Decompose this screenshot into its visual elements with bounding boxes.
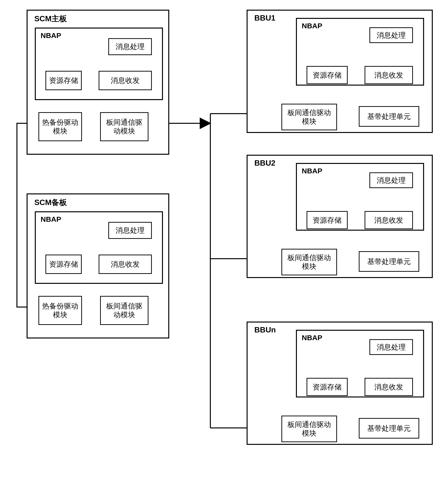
scm-backup-nbap: NBAP 消息处理 资源存储 消息收发 xyxy=(35,211,163,284)
scm-main-res-store: 资源存储 xyxy=(45,71,82,90)
bbun-nbap-title: NBAP xyxy=(302,334,322,342)
scm-backup-res-store: 资源存储 xyxy=(45,255,82,274)
scm-backup-msg-trx: 消息收发 xyxy=(99,255,152,274)
bbu1-inter-comm: 板间通信驱动模块 xyxy=(281,104,337,130)
scm-main-nbap: NBAP 消息处理 资源存储 消息收发 xyxy=(35,28,163,100)
bbun-msg-proc: 消息处理 xyxy=(369,339,413,355)
bbun-nbap: NBAP 消息处理 资源存储 消息收发 xyxy=(296,330,424,397)
scm-main-msg-trx: 消息收发 xyxy=(99,71,152,90)
bbun-board: BBUn NBAP 消息处理 资源存储 消息收发 板间通信驱动模块 基带处理单元 xyxy=(247,322,433,445)
bbu1-res-store: 资源存储 xyxy=(307,66,348,84)
bbu2-inter-comm: 板间通信驱动模块 xyxy=(281,249,337,275)
scm-backup-board: SCM备板 NBAP 消息处理 资源存储 消息收发 热备份驱动模块 板间通信驱动… xyxy=(27,193,169,338)
bbu2-res-store: 资源存储 xyxy=(307,211,348,229)
scm-backup-nbap-title: NBAP xyxy=(41,215,61,223)
bbun-baseband: 基带处理单元 xyxy=(359,418,419,439)
bbun-msg-trx: 消息收发 xyxy=(365,378,413,396)
bbun-res-store: 资源存储 xyxy=(307,378,348,396)
bbu1-board: BBU1 NBAP 消息处理 资源存储 消息收发 板间通信驱动模块 基带处理单元 xyxy=(247,10,433,133)
scm-main-board: SCM主板 NBAP 消息处理 资源存储 消息收发 热备份驱动模块 板间通信驱动… xyxy=(27,10,169,155)
bbu2-msg-proc: 消息处理 xyxy=(369,172,413,188)
scm-main-nbap-title: NBAP xyxy=(41,31,61,40)
bbu1-msg-proc: 消息处理 xyxy=(369,27,413,43)
scm-main-inter-comm: 板间通信驱动模块 xyxy=(100,112,148,141)
scm-main-title: SCM主板 xyxy=(34,14,67,24)
bbun-inter-comm: 板间通信驱动模块 xyxy=(281,416,337,442)
bbu2-board: BBU2 NBAP 消息处理 资源存储 消息收发 板间通信驱动模块 基带处理单元 xyxy=(247,155,433,278)
bbu2-msg-trx: 消息收发 xyxy=(365,211,413,229)
bbu1-nbap-title: NBAP xyxy=(302,22,322,30)
scm-backup-msg-proc: 消息处理 xyxy=(108,222,152,239)
bbu2-nbap-title: NBAP xyxy=(302,167,322,175)
bbu2-nbap: NBAP 消息处理 资源存储 消息收发 xyxy=(296,163,424,231)
bbu1-nbap: NBAP 消息处理 资源存储 消息收发 xyxy=(296,18,424,86)
scm-main-msg-proc: 消息处理 xyxy=(108,38,152,55)
scm-backup-inter-comm: 板间通信驱动模块 xyxy=(100,296,148,325)
bbu1-title: BBU1 xyxy=(254,14,275,22)
bbun-title: BBUn xyxy=(254,325,276,334)
scm-backup-hot-backup: 热备份驱动模块 xyxy=(38,296,82,325)
scm-backup-title: SCM备板 xyxy=(34,197,67,208)
bbu2-baseband: 基带处理单元 xyxy=(359,251,419,272)
bbu1-msg-trx: 消息收发 xyxy=(365,66,413,84)
scm-main-hot-backup: 热备份驱动模块 xyxy=(38,112,82,141)
bbu1-baseband: 基带处理单元 xyxy=(359,106,419,127)
bbu2-title: BBU2 xyxy=(254,159,275,168)
